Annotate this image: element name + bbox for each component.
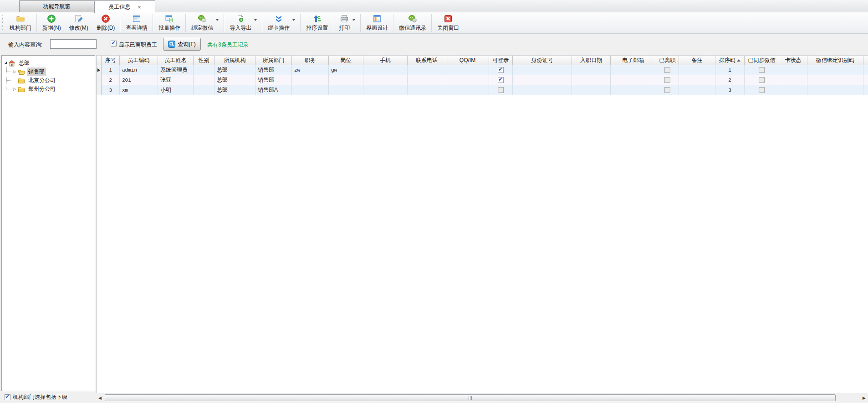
cell-post[interactable]	[329, 85, 363, 95]
row-indicator-cell[interactable]	[97, 75, 102, 85]
toolbar-button-绑卡操作[interactable]: 绑卡操作	[264, 13, 299, 33]
cell-org[interactable]: 总部	[214, 85, 255, 95]
column-header-email[interactable]: 电子邮箱	[611, 56, 656, 65]
toolbar-button-关闭窗口[interactable]: 关闭窗口	[433, 13, 463, 33]
include-sublevel-checkbox[interactable]	[5, 394, 10, 400]
cell-checkbox-wechat_synced[interactable]	[759, 77, 765, 83]
table-row[interactable]: 3xm小明总部销售部A3	[97, 85, 868, 95]
cell-wechat_bind_id[interactable]	[807, 85, 863, 95]
table-row[interactable]: 2201张亚总部销售部2	[97, 75, 868, 85]
cell-hire_date[interactable]	[572, 65, 611, 75]
column-header-name[interactable]: 员工姓名	[158, 56, 194, 65]
cell-qq[interactable]	[446, 75, 489, 85]
cell-position[interactable]	[292, 85, 329, 95]
column-header-dept[interactable]: 所属部门	[255, 56, 292, 65]
cell-gender[interactable]	[194, 75, 214, 85]
column-header-resigned[interactable]: 已离职	[656, 56, 679, 65]
tree-item-郑州分公司[interactable]: ▷郑州分公司	[13, 85, 57, 93]
cell-checkbox-can_login[interactable]	[498, 67, 504, 73]
horizontal-scrollbar[interactable]: ◀ ▶	[96, 394, 868, 402]
cell-wechat_bind_id[interactable]	[807, 75, 863, 85]
cell-can_login[interactable]	[489, 65, 513, 75]
cell-note[interactable]	[679, 65, 715, 75]
cell-dept[interactable]: 销售部	[255, 65, 292, 75]
chevron-down-icon[interactable]	[254, 19, 257, 21]
column-header-hire_date[interactable]: 入职日期	[572, 56, 611, 65]
tree-item-北京分公司[interactable]: 北京分公司	[13, 76, 57, 85]
cell-can_login[interactable]	[489, 85, 513, 95]
toolbar-button-查看详情[interactable]: 查看详情	[122, 13, 152, 33]
expander-expanded-icon[interactable]	[4, 62, 7, 64]
cell-gender[interactable]	[194, 65, 214, 75]
cell-can_login[interactable]	[489, 75, 513, 85]
cell-sort_code[interactable]: 1	[715, 65, 745, 75]
toolbar-button-修改(M)[interactable]: 修改(M)	[65, 13, 92, 33]
cell-code[interactable]: xm	[120, 85, 158, 95]
query-button[interactable]: 查询(F)	[163, 38, 201, 51]
search-input[interactable]	[50, 39, 97, 49]
cell-wechat_synced[interactable]	[745, 75, 779, 85]
cell-post[interactable]: gw	[329, 65, 363, 75]
cell-name[interactable]: 张亚	[158, 75, 194, 85]
cell-mobile[interactable]	[363, 85, 408, 95]
tab-employee-info[interactable]: 员工信息 ×	[94, 0, 155, 13]
cell-card_status[interactable]	[779, 65, 807, 75]
chevron-down-icon[interactable]	[292, 19, 295, 21]
column-header-seq[interactable]: 序号	[102, 56, 120, 65]
cell-wechat_bind_id[interactable]	[807, 65, 863, 75]
tab-function-navigator[interactable]: 功能导航窗	[19, 0, 94, 12]
cell-checkbox-can_login[interactable]	[498, 87, 504, 93]
cell-id_card[interactable]	[513, 65, 572, 75]
tree-item-总部[interactable]: 总部	[4, 59, 31, 67]
cell-position[interactable]	[292, 75, 329, 85]
column-header-org[interactable]: 所属机构	[214, 56, 255, 65]
cell-checkbox-wechat_synced[interactable]	[759, 67, 765, 73]
cell-extra[interactable]	[863, 65, 868, 75]
cell-note[interactable]	[679, 85, 715, 95]
toolbar-button-打印[interactable]: 打印	[335, 13, 359, 33]
column-header-phone[interactable]: 联系电话	[408, 56, 446, 65]
expander-collapsed-icon[interactable]: ▷	[13, 70, 17, 74]
column-header-qq[interactable]: QQ/IM	[446, 56, 489, 65]
cell-mobile[interactable]	[363, 65, 408, 75]
toolbar-button-排序设置[interactable]: 排序设置	[302, 13, 332, 33]
column-header-id_card[interactable]: 身份证号	[513, 56, 572, 65]
close-tab-icon[interactable]: ×	[138, 4, 141, 10]
cell-extra[interactable]	[863, 75, 868, 85]
cell-wechat_synced[interactable]	[745, 65, 779, 75]
cell-name[interactable]: 系统管理员	[158, 65, 194, 75]
cell-phone[interactable]	[408, 75, 446, 85]
cell-sort_code[interactable]: 3	[715, 85, 745, 95]
cell-checkbox-can_login[interactable]	[498, 77, 504, 83]
cell-id_card[interactable]	[513, 85, 572, 95]
cell-dept[interactable]: 销售部A	[255, 85, 292, 95]
chevron-down-icon[interactable]	[216, 19, 219, 21]
cell-name[interactable]: 小明	[158, 85, 194, 95]
toolbar-button-界面设计[interactable]: 界面设计	[362, 13, 392, 33]
cell-card_status[interactable]	[779, 85, 807, 95]
cell-resigned[interactable]	[656, 65, 679, 75]
chevron-down-icon[interactable]	[352, 19, 355, 21]
column-header-code[interactable]: 员工编码	[120, 56, 158, 65]
cell-email[interactable]	[611, 75, 656, 85]
cell-qq[interactable]	[446, 65, 489, 75]
column-header-can_login[interactable]: 可登录	[489, 56, 513, 65]
toolbar-button-机构部门[interactable]: 机构部门	[5, 13, 36, 33]
cell-mobile[interactable]	[363, 75, 408, 85]
column-header-note[interactable]: 备注	[679, 56, 715, 65]
row-indicator-cell[interactable]	[97, 85, 102, 95]
cell-email[interactable]	[611, 65, 656, 75]
column-header-post[interactable]: 岗位	[329, 56, 363, 65]
cell-org[interactable]: 总部	[214, 75, 255, 85]
cell-resigned[interactable]	[656, 75, 679, 85]
expander-collapsed-icon[interactable]: ▷	[13, 87, 17, 91]
cell-email[interactable]	[611, 85, 656, 95]
row-indicator-cell[interactable]	[97, 65, 102, 75]
cell-qq[interactable]	[446, 85, 489, 95]
column-header-extra[interactable]: 配	[863, 56, 868, 65]
toolbar-grip[interactable]	[2, 16, 3, 30]
show-resigned-checkbox[interactable]	[111, 41, 117, 46]
column-header-wechat_synced[interactable]: 已同步微信	[745, 56, 779, 65]
cell-gender[interactable]	[194, 85, 214, 95]
cell-code[interactable]: admin	[120, 65, 158, 75]
